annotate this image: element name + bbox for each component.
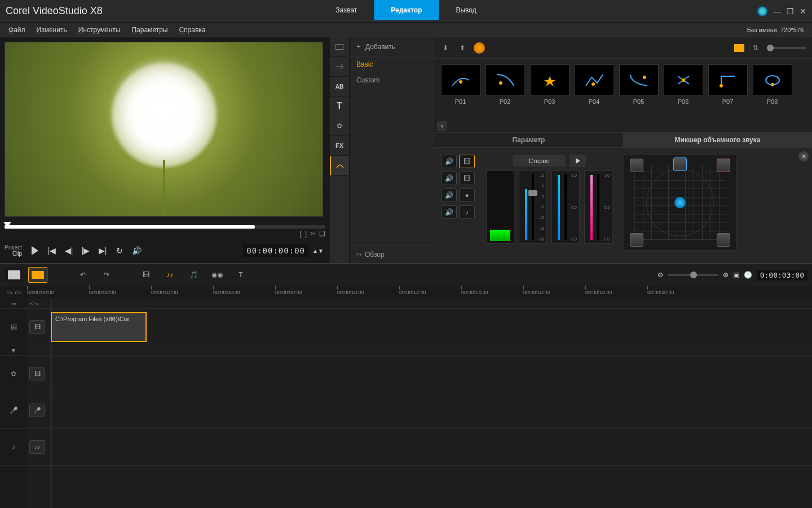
lib-tab-text[interactable]: T <box>330 97 349 116</box>
tab-parameter[interactable]: Параметр <box>434 133 623 147</box>
music-track[interactable]: ♪♪ <box>27 429 812 466</box>
tab-output[interactable]: Вывод <box>439 0 493 20</box>
track-toggle-row[interactable]: ▭ <box>0 299 27 309</box>
track-head-overlay[interactable]: ✿ <box>0 356 27 392</box>
mixer-play-button[interactable] <box>570 155 586 167</box>
track-head-video[interactable]: ▤ <box>0 309 27 345</box>
preview-scrubber[interactable] <box>5 225 325 229</box>
preview-timecode[interactable]: 00:00:00:00 <box>243 244 308 257</box>
project-label[interactable]: Project <box>5 244 22 251</box>
close-panel-icon[interactable]: ✕ <box>798 151 809 161</box>
track-tiny-row[interactable]: +/-= <box>27 299 812 309</box>
preset-p03[interactable]: P03 <box>529 64 570 115</box>
lib-tab-path[interactable] <box>330 156 349 176</box>
preset-p06[interactable]: P06 <box>663 64 704 115</box>
music-track-icon[interactable]: ♪♪ <box>29 440 45 454</box>
preset-p07[interactable]: P07 <box>707 64 748 115</box>
zoom-in-icon[interactable]: ⊕ <box>723 271 729 279</box>
video-track[interactable]: 🎞 C:\Program Files (x86)\Cor <box>27 309 812 345</box>
clock-icon[interactable]: 🕐 <box>744 271 752 279</box>
preset-p04[interactable]: P04 <box>573 64 615 115</box>
preset-p05[interactable]: P05 <box>618 64 659 115</box>
thumbnail-size-slider[interactable] <box>767 47 806 49</box>
track-voice-icon[interactable]: ● <box>459 189 475 202</box>
scrubber-handle[interactable] <box>3 222 11 227</box>
tab-capture[interactable]: Захват <box>319 0 374 20</box>
timecode-step-icon[interactable]: ▲▼ <box>311 243 325 258</box>
track-video-icon[interactable]: 🎞 <box>459 155 475 168</box>
overlay-track[interactable]: 🎞 <box>27 356 812 392</box>
menu-help[interactable]: Справка <box>179 26 205 34</box>
surround-position-icon[interactable] <box>674 197 686 208</box>
lib-tab-fx[interactable]: FX <box>330 136 349 156</box>
import-icon[interactable]: ⬇ <box>440 42 451 54</box>
track-music-icon[interactable]: ♪ <box>459 205 475 219</box>
minimize-icon[interactable]: — <box>773 7 781 16</box>
menu-file[interactable]: Файл <box>8 26 25 34</box>
lib-tab-title[interactable]: AB <box>330 77 349 97</box>
voice-track-icon[interactable]: 🎤 <box>29 404 45 417</box>
instant-project-icon[interactable] <box>474 42 485 54</box>
library-add-button[interactable]: ＋ Добавить <box>350 37 434 56</box>
maximize-icon[interactable]: ❐ <box>787 7 794 16</box>
subtitle-button[interactable]: T <box>231 267 250 283</box>
mark-out-icon[interactable]: ] <box>305 230 307 238</box>
globe-icon[interactable] <box>757 6 767 16</box>
scroll-left-icon[interactable]: ‹ <box>437 121 447 131</box>
split-icon[interactable]: ❏ <box>319 230 325 238</box>
close-icon[interactable]: ✕ <box>800 7 806 16</box>
next-frame-icon[interactable]: |▶ <box>78 243 93 258</box>
track-overlay-icon[interactable]: 🎞 <box>459 172 475 185</box>
tracks-area[interactable]: +/-= 🎞 C:\Program Files (x86)\Cor 🎞 🎤 ♪♪ <box>27 299 812 508</box>
voice-track[interactable]: 🎤 <box>27 392 812 429</box>
undo-button[interactable]: ↶ <box>73 267 92 283</box>
thumbnail-view-icon[interactable] <box>734 44 744 52</box>
menu-edit[interactable]: Изменить <box>37 26 67 34</box>
playhead[interactable] <box>51 299 51 508</box>
lib-tab-media[interactable] <box>330 37 349 57</box>
timeline-view-button[interactable] <box>28 267 47 283</box>
track-head-music[interactable]: ♪ <box>0 429 27 466</box>
auto-music-button[interactable]: 🎵 <box>184 267 203 283</box>
cut-icon[interactable]: ✂ <box>310 230 316 238</box>
tab-editor[interactable]: Редактор <box>374 0 439 20</box>
menu-params[interactable]: Параметры <box>131 26 167 34</box>
menu-tools[interactable]: Инструменты <box>78 26 121 34</box>
right-pan-fader[interactable]: 1.00.50.0 <box>584 170 612 244</box>
preview-video[interactable] <box>5 42 323 217</box>
timeline-ruler[interactable]: 00:00:00:00 00:00:02:00 00:00:04:00 00:0… <box>27 286 812 299</box>
redo-button[interactable]: ↷ <box>97 267 116 283</box>
repeat-icon[interactable]: ↻ <box>112 243 127 258</box>
fit-project-icon[interactable]: ▣ <box>733 271 739 279</box>
track-expand-icon[interactable]: ▼ <box>0 345 27 356</box>
sort-icon[interactable]: ⇅ <box>750 42 761 54</box>
library-review-button[interactable]: ▭ Обзор <box>350 246 434 263</box>
overlay-track-icon[interactable]: 🎞 <box>29 367 45 380</box>
mark-in-icon[interactable]: [ <box>299 230 301 238</box>
motion-button[interactable]: ◉◉ <box>208 267 227 283</box>
mute-video-icon[interactable]: 🔊 <box>441 155 457 168</box>
surround-field[interactable] <box>624 155 736 251</box>
audio-button[interactable]: ♪♪ <box>160 267 179 283</box>
mute-music-icon[interactable]: 🔊 <box>441 205 457 219</box>
track-head-voice[interactable]: 🎤 <box>0 392 27 429</box>
timeline-duration[interactable]: 0:00:03:00 <box>757 270 807 281</box>
go-start-icon[interactable]: |◀ <box>45 243 59 258</box>
tab-surround-mixer[interactable]: Микшер объемного звука <box>623 133 812 147</box>
play-button[interactable] <box>28 243 42 258</box>
lib-tab-graphic[interactable]: ✿ <box>330 116 349 136</box>
zoom-out-icon[interactable]: ⊖ <box>657 271 663 279</box>
preset-p02[interactable]: P02 <box>484 64 526 115</box>
mute-voice-icon[interactable]: 🔊 <box>441 189 457 202</box>
clip-label[interactable]: Clip <box>5 251 22 257</box>
video-clip[interactable]: C:\Program Files (x86)\Cor <box>51 312 147 342</box>
zoom-slider[interactable] <box>668 274 718 276</box>
export-icon[interactable]: ⬆ <box>457 42 468 54</box>
preset-p08[interactable]: P08 <box>752 64 793 115</box>
volume-icon[interactable]: 🔊 <box>129 243 144 258</box>
left-pan-fader[interactable]: 1.00.50.0 <box>551 170 580 244</box>
lib-category-custom[interactable]: Custom <box>350 72 434 88</box>
prev-frame-icon[interactable]: ◀| <box>61 243 76 258</box>
go-end-icon[interactable]: ▶| <box>95 243 110 258</box>
volume-fader[interactable]: 1260-6-12-18-36 <box>519 170 547 244</box>
